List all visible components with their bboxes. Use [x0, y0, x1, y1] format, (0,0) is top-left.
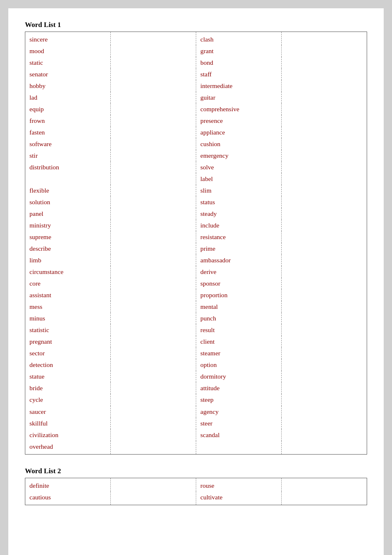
list-item [111, 231, 196, 243]
list-item [111, 382, 196, 394]
list-item [111, 266, 196, 278]
list-item [111, 418, 196, 429]
word-list-1-table: sincereclashmoodgrantstaticbondsenatorst… [25, 32, 367, 455]
list-item: stir [25, 150, 111, 161]
list-item: appliance [196, 127, 282, 138]
list-item [282, 394, 367, 406]
list-item: saucer [25, 406, 111, 418]
list-item: frown [25, 115, 111, 127]
list-item: cultivate [196, 491, 282, 505]
list-item [282, 80, 367, 92]
list-item [111, 173, 196, 185]
list-item [282, 68, 367, 80]
list-item [282, 266, 367, 278]
list-item [282, 57, 367, 68]
list-item [282, 138, 367, 150]
list-item: intermediate [196, 80, 282, 92]
list-item [111, 278, 196, 289]
list-item: solve [196, 161, 282, 173]
list-item [111, 406, 196, 418]
list-item: hobby [25, 80, 111, 92]
list-item: software [25, 138, 111, 150]
list-item [282, 278, 367, 289]
word-list-1-title: Word List 1 [25, 21, 367, 29]
list-item: core [25, 278, 111, 289]
list-item: detection [25, 359, 111, 371]
list-item [282, 429, 367, 441]
list-item [111, 254, 196, 266]
list-item [111, 371, 196, 382]
list-item: proportion [196, 289, 282, 301]
list-item: ambassador [196, 254, 282, 266]
list-item: statistic [25, 324, 111, 336]
list-item: steep [196, 394, 282, 406]
list-item [111, 208, 196, 220]
list-item [111, 313, 196, 324]
list-item [282, 441, 367, 455]
list-item: mental [196, 301, 282, 313]
list-item: emergency [196, 150, 282, 161]
list-item: sponsor [196, 278, 282, 289]
list-item: pregnant [25, 336, 111, 347]
list-item: steady [196, 208, 282, 220]
list-item: supreme [25, 231, 111, 243]
list-item [111, 324, 196, 336]
list-item: punch [196, 313, 282, 324]
list-item: slim [196, 185, 282, 196]
list-item [25, 173, 111, 185]
list-item [111, 80, 196, 92]
list-item: panel [25, 208, 111, 220]
list-item: guitar [196, 92, 282, 103]
list-item [282, 45, 367, 57]
list-item: distribution [25, 161, 111, 173]
list-item [111, 220, 196, 231]
list-item: include [196, 220, 282, 231]
list-item: definite [25, 478, 111, 491]
list-item: dormitory [196, 371, 282, 382]
list-item [111, 68, 196, 80]
word-list-2-table: definiterousecautiouscultivate [25, 478, 367, 505]
list-item: lad [25, 92, 111, 103]
list-item [282, 32, 367, 46]
list-item: steamer [196, 347, 282, 359]
list-item [282, 359, 367, 371]
list-item: label [196, 173, 282, 185]
list-item: mood [25, 45, 111, 57]
list-item: cushion [196, 138, 282, 150]
list-item [282, 196, 367, 208]
list-item [111, 185, 196, 196]
list-item [282, 289, 367, 301]
list-item [282, 313, 367, 324]
list-item [282, 208, 367, 220]
list-item [111, 161, 196, 173]
list-item: agency [196, 406, 282, 418]
list-item: bond [196, 57, 282, 68]
list-item: assistant [25, 289, 111, 301]
list-item: solution [25, 196, 111, 208]
list-item: ministry [25, 220, 111, 231]
list-item: option [196, 359, 282, 371]
list-item [111, 32, 196, 46]
list-item: scandal [196, 429, 282, 441]
word-list-2-section: Word List 2 definiterousecautiouscultiva… [25, 467, 367, 505]
list-item: rouse [196, 478, 282, 491]
list-item [111, 336, 196, 347]
list-item: staff [196, 68, 282, 80]
list-item [111, 196, 196, 208]
list-item: steer [196, 418, 282, 429]
list-item: clash [196, 32, 282, 46]
list-item: skillful [25, 418, 111, 429]
list-item: grant [196, 45, 282, 57]
list-item [111, 359, 196, 371]
list-item [111, 394, 196, 406]
list-item: client [196, 336, 282, 347]
list-item: bride [25, 382, 111, 394]
list-item [282, 231, 367, 243]
list-item [111, 289, 196, 301]
list-item [282, 324, 367, 336]
list-item [111, 491, 196, 505]
list-item: civilization [25, 429, 111, 441]
list-item: senator [25, 68, 111, 80]
list-item [111, 138, 196, 150]
list-item: sincere [25, 32, 111, 46]
